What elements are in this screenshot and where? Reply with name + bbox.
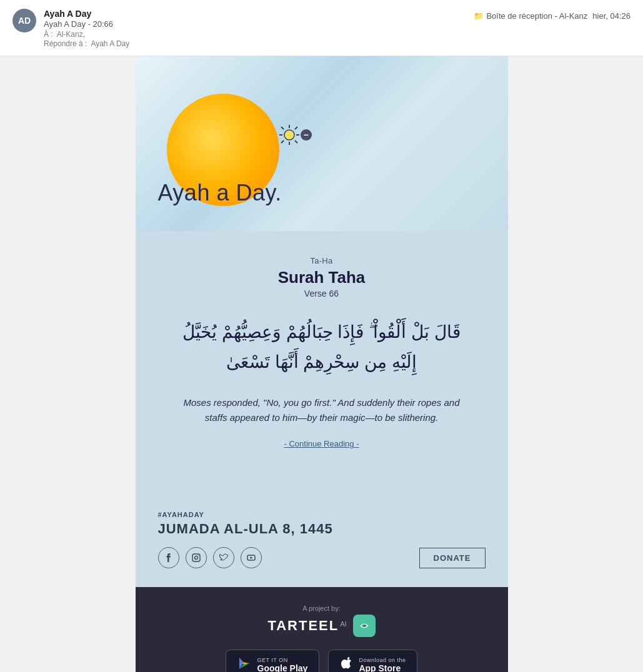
svg-point-11 [197,555,199,556]
sun-icon [278,124,301,146]
sender-subject: Ayah A Day - 20:66 [44,19,129,29]
continue-reading-link[interactable]: - Continue Reading - [284,439,359,448]
tarteel-icon [353,615,376,637]
timestamp: hier, 04:26 [592,11,631,21]
sender-name: Ayah A Day [44,9,129,19]
email-header-left: AD Ayah A Day Ayah A Day - 20:66 À : Al-… [12,9,129,48]
to-label: À : [44,30,53,39]
hashtag: #AYAHADAY [158,511,486,518]
svg-rect-9 [192,554,200,561]
hero-section: − Ayah a Day. [136,56,508,231]
hero-title: Ayah a Day. [158,180,282,206]
sender-reply: Répondre à : Ayah A Day [44,39,129,48]
apple-icon [340,656,352,672]
app-store-text: Download on the App Store [359,657,406,672]
svg-line-6 [295,127,297,129]
social-donate-row: DONATE [158,547,486,568]
email-body: − Ayah a Day. Ta-Ha Surah Taha Verse 66 … [0,56,643,672]
surah-name: Surah Taha [173,268,471,287]
svg-point-8 [284,130,294,140]
google-play-text: GET IT ON Google Play [257,657,308,672]
project-by-label: A project by: [148,605,496,612]
svg-line-5 [295,141,297,143]
svg-line-7 [281,141,284,143]
email-header-right: 📁 Boîte de réception - Al-Kanz hier, 04:… [474,11,631,21]
folder-label: Boîte de réception - Al-Kanz [486,11,587,21]
donate-button[interactable]: DONATE [419,548,486,568]
instagram-icon[interactable] [186,547,207,568]
content-section: Ta-Ha Surah Taha Verse 66 قَالَ بَلْ أَل… [136,231,508,498]
folder-info: 📁 Boîte de réception - Al-Kanz [474,11,587,21]
email-content: − Ayah a Day. Ta-Ha Surah Taha Verse 66 … [136,56,508,672]
sender-to: À : Al-Kanz, [44,30,129,39]
google-play-button[interactable]: GET IT ON Google Play [226,650,320,672]
footer-bottom: A project by: TARTEELAI [136,587,508,672]
footer-top: #AYAHADAY JUMADA AL-ULA 8, 1445 [136,498,508,587]
twitter-icon[interactable] [213,547,234,568]
surah-label: Ta-Ha [173,256,471,265]
to-address: Al-Kanz, [57,30,85,39]
svg-point-10 [194,556,197,560]
sender-info: Ayah A Day Ayah A Day - 20:66 À : Al-Kan… [44,9,129,48]
youtube-icon[interactable] [241,547,262,568]
translation-text: Moses responded, "No, you go first." And… [173,395,471,425]
app-store-button[interactable]: Download on the App Store [328,650,417,672]
folder-icon: 📁 [474,11,484,21]
tarteel-logo-row: TARTEELAI [148,615,496,637]
minus-icon: − [301,129,312,141]
reply-label: Répondre à : [44,39,87,48]
email-header: AD Ayah A Day Ayah A Day - 20:66 À : Al-… [0,0,643,56]
google-play-icon [237,656,251,672]
social-icons [158,547,262,568]
date-text: JUMADA AL-ULA 8, 1445 [158,521,486,537]
reply-to: Ayah A Day [91,39,129,48]
verse-number: Verse 66 [173,289,471,299]
store-buttons: GET IT ON Google Play Download on the Ap… [148,650,496,672]
avatar: AD [12,9,36,32]
arabic-text: قَالَ بَلْ أَلْقُواْ ۖ فَإِذَا حِبَالُهُ… [173,317,471,377]
facebook-icon[interactable] [158,547,179,568]
tarteel-name: TARTEELAI [267,618,346,634]
svg-line-4 [281,127,284,129]
svg-marker-13 [250,556,252,559]
